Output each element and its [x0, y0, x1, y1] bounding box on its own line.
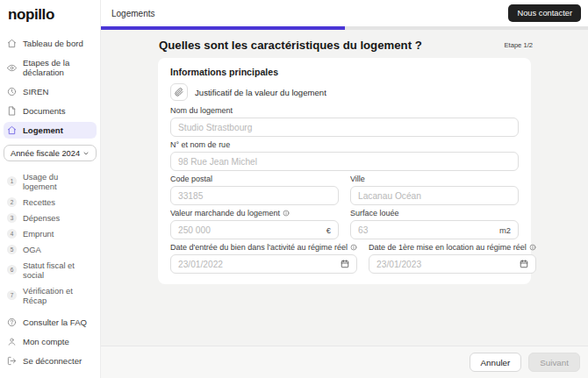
sidebar-spacer	[0, 308, 100, 314]
paperclip-icon	[175, 88, 183, 96]
m2-suffix: m2	[499, 225, 511, 235]
input-box: m2	[350, 220, 519, 239]
field-date-location: Date de 1ère mise en location au régime …	[369, 243, 536, 274]
topbar-title: Logements	[111, 9, 154, 18]
sidebar-item-mon-compte[interactable]: Mon compte	[4, 333, 97, 350]
attachment-button[interactable]	[170, 83, 188, 101]
question-icon	[7, 317, 17, 327]
step-number-badge: 6	[7, 265, 17, 275]
content-area: Quelles sont les caractéristiques du log…	[101, 30, 588, 346]
sidebar-item-label: Consulter la FAQ	[23, 317, 87, 327]
field-nom-du-logement: Nom du logement	[170, 106, 519, 137]
step-number-badge: 1	[7, 176, 17, 186]
page-title: Quelles sont les caractéristiques du log…	[159, 39, 422, 52]
sidebar-step-recettes[interactable]: 2 Recettes	[0, 194, 100, 210]
card-heading: Informations principales	[170, 67, 519, 77]
step-label: Dépenses	[23, 213, 60, 223]
field-label: Surface louée	[350, 209, 519, 218]
field-label: Code postal	[170, 175, 339, 183]
sidebar-step-statut-fiscal[interactable]: 6 Statut fiscal et social	[0, 257, 100, 282]
sidebar-item-faq[interactable]: Consulter la FAQ	[4, 314, 97, 331]
attachment-label: Justificatif de la valeur du logement	[195, 88, 326, 97]
topbar: Logements Nous contacter	[101, 0, 588, 26]
sidebar: nopillo Tableau de bord Etapes de la déc…	[0, 0, 101, 378]
cancel-button[interactable]: Annuler	[470, 353, 522, 372]
step-label: Emprunt	[23, 229, 54, 239]
field-valeur-marchande: Valeur marchande du logement €	[170, 209, 339, 239]
logout-icon	[7, 356, 17, 366]
step-indicator: Etape 1/2	[504, 41, 533, 49]
eye-icon	[7, 63, 17, 73]
attachment-row: Justificatif de la valeur du logement	[170, 83, 519, 101]
input-box	[350, 186, 519, 205]
valeur-marchande-input[interactable]	[178, 225, 323, 235]
chevron-down-icon	[82, 150, 90, 157]
input-box	[170, 186, 339, 205]
step-number-badge: 3	[7, 213, 17, 223]
surface-louee-input[interactable]	[358, 225, 496, 235]
field-label: Date de 1ère mise en location au régime …	[369, 243, 536, 252]
info-icon[interactable]	[529, 244, 536, 251]
nom-du-logement-input[interactable]	[178, 123, 511, 132]
contact-button[interactable]: Nous contacter	[508, 4, 581, 22]
field-label: Ville	[350, 175, 519, 183]
field-date-entree: Date d'entrée du bien dans l'activité au…	[170, 243, 357, 274]
sidebar-item-deconnexion[interactable]: Se déconnecter	[4, 353, 97, 369]
step-label: Statut fiscal et social	[23, 260, 93, 280]
date-entree-input[interactable]	[178, 260, 337, 269]
field-label: Nom du logement	[170, 106, 519, 115]
main-column: Logements Nous contacter Quelles sont le…	[101, 0, 588, 378]
sidebar-item-etapes-declaration[interactable]: Etapes de la déclaration	[4, 54, 97, 81]
clock-icon	[7, 87, 17, 96]
footer-action-bar: Annuler Suivant	[101, 346, 588, 378]
field-label: N° et nom de rue	[170, 140, 519, 149]
fiscal-year-select[interactable]: Année fiscale 2024	[4, 145, 97, 161]
form-card: Informations principales Justificatif de…	[158, 58, 531, 284]
sidebar-footer: Consulter la FAQ Mon compte Se déconnect…	[0, 314, 100, 378]
calendar-icon[interactable]	[341, 260, 349, 268]
date-location-input[interactable]	[376, 260, 516, 269]
sidebar-step-emprunt[interactable]: 4 Emprunt	[0, 225, 100, 241]
document-icon	[7, 106, 17, 116]
step-label: Vérification et Récap	[23, 286, 93, 305]
sidebar-step-depenses[interactable]: 3 Dépenses	[0, 210, 100, 225]
field-row-code-postal-ville: Code postal Ville	[170, 175, 519, 205]
sidebar-step-usage[interactable]: 1 Usage du logement	[0, 168, 100, 194]
sidebar-step-oga[interactable]: 5 OGA	[0, 241, 100, 257]
sidebar-item-tableau-de-bord[interactable]: Tableau de bord	[4, 35, 97, 52]
field-label-text: Date de 1ère mise en location au régime …	[369, 243, 527, 252]
sidebar-item-documents[interactable]: Documents	[4, 103, 97, 119]
step-number-badge: 5	[7, 245, 17, 254]
sidebar-item-siren[interactable]: SIREN	[4, 83, 97, 100]
field-label-text: Valeur marchande du logement	[170, 209, 280, 218]
sidebar-item-logement[interactable]: Logement	[4, 122, 97, 139]
field-surface-louee: Surface louée m2	[350, 209, 519, 239]
app-window: nopillo Tableau de bord Etapes de la déc…	[0, 0, 588, 378]
ville-input[interactable]	[358, 191, 511, 201]
sidebar-item-label: Se déconnecter	[23, 356, 82, 366]
field-row-valeur-surface: Valeur marchande du logement € Surface l…	[170, 209, 519, 239]
next-button[interactable]: Suivant	[528, 353, 580, 372]
info-icon[interactable]	[350, 244, 357, 251]
sidebar-item-label: SIREN	[23, 87, 48, 96]
rue-input[interactable]	[178, 157, 511, 167]
input-box: €	[170, 220, 339, 239]
sidebar-item-label: Mon compte	[23, 337, 69, 346]
step-label: Usage du logement	[23, 172, 93, 191]
step-label: OGA	[23, 245, 41, 254]
sidebar-item-label: Documents	[23, 106, 66, 116]
sidebar-steps: 1 Usage du logement 2 Recettes 3 Dépense…	[0, 168, 100, 308]
info-icon[interactable]	[283, 210, 290, 217]
person-icon	[7, 337, 17, 346]
fiscal-year-value: Année fiscale 2024	[11, 149, 80, 158]
brand-logo: nopillo	[0, 6, 100, 24]
code-postal-input[interactable]	[178, 191, 331, 201]
home-icon	[7, 125, 17, 135]
step-number-badge: 7	[7, 290, 17, 300]
field-label-text: Date d'entrée du bien dans l'activité au…	[170, 243, 348, 252]
input-box	[170, 254, 357, 274]
step-label: Recettes	[23, 197, 55, 207]
input-box	[170, 118, 519, 137]
calendar-icon[interactable]	[520, 260, 528, 268]
sidebar-step-verification[interactable]: 7 Vérification et Récap	[0, 282, 100, 308]
